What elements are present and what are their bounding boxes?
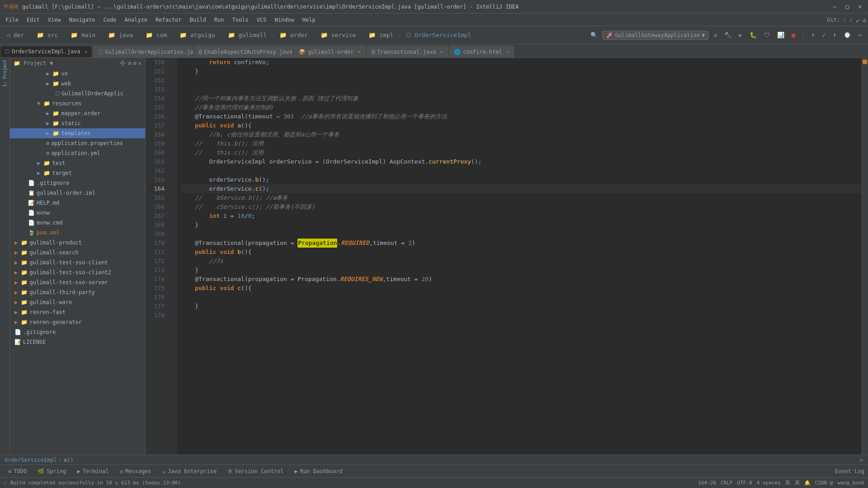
menu-refactor[interactable]: Refactor: [152, 15, 185, 24]
tree-appyml[interactable]: ⚙ application.yml: [10, 148, 145, 158]
menu-view[interactable]: View: [44, 15, 65, 24]
tree-vo[interactable]: ▶ 📁 vo: [10, 69, 145, 79]
menu-navigate[interactable]: Navigate: [66, 15, 99, 24]
tab-version-control[interactable]: ⑨ Version Control: [223, 467, 288, 475]
stop-icon[interactable]: ■: [789, 31, 798, 39]
coverage-icon[interactable]: 🛡: [761, 31, 773, 39]
tree-web[interactable]: ▶ 📁 web: [10, 79, 145, 89]
tree-pom[interactable]: 🍃 pom.xml: [10, 228, 145, 238]
tab-orderserviceimpl[interactable]: ⬡ OrderServiceImpl.java ✕: [0, 46, 92, 57]
tree-renren-fast[interactable]: ▶ 📁 renren-fast: [10, 307, 145, 317]
atguigu-btn[interactable]: 📁 atguigu: [177, 31, 218, 39]
menu-run[interactable]: Run: [211, 15, 228, 24]
indent-setting[interactable]: 4 spaces: [757, 480, 781, 486]
vcs-back[interactable]: ↺: [863, 16, 866, 23]
service-btn[interactable]: 📁 service: [318, 31, 359, 39]
tree-gitignore2[interactable]: 📄 .gitignore: [10, 327, 145, 337]
run-icon[interactable]: ▶: [736, 31, 745, 39]
tree-sso-client2[interactable]: ▶ 📁 gulimall-test-sso-client2: [10, 267, 145, 277]
tree-gitignore[interactable]: 📄 .gitignore: [10, 178, 145, 188]
tab-gulimallorderapplication[interactable]: ⬡ GulimallOrderApplication.java ✕: [93, 46, 193, 57]
tab-java-enterprise[interactable]: ☕ Java Enterprise: [158, 467, 222, 475]
tab-transactional[interactable]: @ Transactional.java ✕: [367, 46, 448, 57]
collapse-all-icon[interactable]: ⊟: [128, 60, 131, 66]
profile-icon[interactable]: 📊: [774, 31, 787, 39]
line-ending[interactable]: CRLF: [721, 480, 733, 486]
vcs-update-icon[interactable]: ⬇: [809, 31, 818, 39]
vcs-checkmark2[interactable]: ✓: [849, 16, 853, 23]
notification-icon[interactable]: 🔔: [804, 480, 811, 486]
tree-static[interactable]: ▶ 📁 static: [10, 118, 145, 128]
menu-build[interactable]: Build: [186, 15, 210, 24]
cursor-position[interactable]: 164:26: [698, 480, 716, 486]
code-editor[interactable]: 150 151 152 153 154 155 156 157 158 159 …: [146, 58, 868, 455]
tab-terminal[interactable]: ▶ Terminal: [73, 467, 113, 475]
vcs-checkmark[interactable]: ✓: [843, 16, 846, 23]
tree-iml[interactable]: 📋 gulimall-order.iml: [10, 188, 145, 198]
vcs-arrow[interactable]: ↙: [856, 16, 859, 23]
menu-help[interactable]: Help: [299, 15, 319, 24]
tab-todo[interactable]: ≡ TODO: [4, 467, 31, 475]
tree-third-party[interactable]: ▶ 📁 gulimall-third-party: [10, 287, 145, 297]
tree-search[interactable]: ▶ 📁 gulimall-search: [10, 248, 145, 258]
close-sidebar-icon[interactable]: ✕: [138, 60, 142, 66]
maximize-btn[interactable]: □: [843, 3, 852, 10]
menu-edit[interactable]: Edit: [23, 15, 43, 24]
tab-close6[interactable]: ✕: [506, 49, 509, 55]
reload-icon[interactable]: ↺: [711, 31, 720, 39]
tab-run-dashboard[interactable]: ▶ Run Dashboard: [290, 467, 347, 475]
tab-spring[interactable]: 🌿 Spring: [33, 467, 71, 475]
class-btn[interactable]: ⬡ OrderServiceImpl: [403, 31, 474, 39]
tree-mapper[interactable]: ▶ 📁 mapper.order: [10, 108, 145, 118]
menu-file[interactable]: File: [2, 15, 22, 24]
tab-enableaspect[interactable]: @ EnableAspectJAutoProxy.java ✕: [193, 46, 293, 57]
run-config-dropdown[interactable]: 🚀 GulimallGatewayApplication ▼: [602, 31, 709, 40]
tree-target[interactable]: ▶ 📁 target: [10, 168, 145, 178]
tree-product[interactable]: ▶ 📁 gulimall-product: [10, 238, 145, 248]
event-log-label[interactable]: Event Log: [835, 468, 864, 474]
code-content[interactable]: return confirmVo; } //同一个对象内事务方法互调默认失效，原…: [177, 58, 862, 455]
encoding[interactable]: UTF-8: [737, 480, 752, 486]
navigate-back-icon[interactable]: ▷: [860, 457, 863, 463]
build-icon[interactable]: 🔨: [722, 31, 734, 39]
vcs-commit-icon[interactable]: ✓: [820, 31, 829, 39]
debug-icon[interactable]: 🐛: [747, 31, 760, 39]
menu-tools[interactable]: Tools: [229, 15, 252, 24]
menu-window[interactable]: Window: [271, 15, 297, 24]
tree-appprops[interactable]: ⚙ application.properties: [10, 138, 145, 148]
window-controls[interactable]: — □ ✕: [830, 3, 864, 10]
tree-sso-server[interactable]: ▶ 📁 gulimall-test-sso-server: [10, 277, 145, 287]
add-icon[interactable]: ➕: [119, 60, 126, 66]
menu-vcs[interactable]: VCS: [253, 15, 270, 24]
menu-code[interactable]: Code: [100, 15, 120, 24]
tree-renren-gen[interactable]: ▶ 📁 renren-generator: [10, 317, 145, 327]
tab-close[interactable]: ✕: [85, 49, 88, 55]
tab-messages[interactable]: ✉ Messages: [115, 467, 156, 475]
tree-mvnwcmd[interactable]: 📄 mvnw.cmd: [10, 218, 145, 228]
tree-ware[interactable]: ▶ 📁 gulimall-ware: [10, 297, 145, 307]
search-icon[interactable]: 🔍: [588, 31, 600, 39]
tab-gulimallorder[interactable]: 📦 gulimall-order ✕: [294, 46, 366, 57]
vcs-revert-icon[interactable]: ↩: [855, 31, 864, 39]
tab-confirm[interactable]: 🌐 confirm.html ✕: [449, 46, 514, 57]
project-icon[interactable]: 1: Project: [2, 60, 7, 87]
tree-sso-client[interactable]: ▶ 📁 gulimall-test-sso-client: [10, 258, 145, 267]
tree-helpmd[interactable]: 📝 HELP.md: [10, 198, 145, 208]
tab-close4[interactable]: ✕: [358, 49, 361, 55]
java-btn[interactable]: 📁 java: [105, 31, 136, 39]
back-btn[interactable]: ◁ der: [4, 31, 27, 39]
gulimall-btn[interactable]: 📁 gulimall: [225, 31, 269, 39]
close-btn[interactable]: ✕: [855, 3, 864, 10]
menu-analyze[interactable]: Analyze: [121, 15, 151, 24]
tree-templates[interactable]: ▶ 📁 templates: [10, 128, 145, 138]
main-btn[interactable]: 📁 main: [68, 31, 98, 39]
impl-btn[interactable]: 📁 impl: [366, 31, 396, 39]
order-btn[interactable]: 📁 order: [277, 31, 311, 39]
lang-switch[interactable]: 英: [785, 479, 790, 486]
tree-mvnw[interactable]: 📄 mvnw: [10, 208, 145, 218]
settings-icon[interactable]: ⚙: [133, 60, 137, 66]
src-btn[interactable]: 📁 src: [34, 31, 61, 39]
tree-license[interactable]: 📝 LICENSE: [10, 337, 145, 347]
tree-resources[interactable]: ▼ 📁 resources: [10, 99, 145, 108]
vcs-push-icon[interactable]: ⬆: [830, 31, 839, 39]
